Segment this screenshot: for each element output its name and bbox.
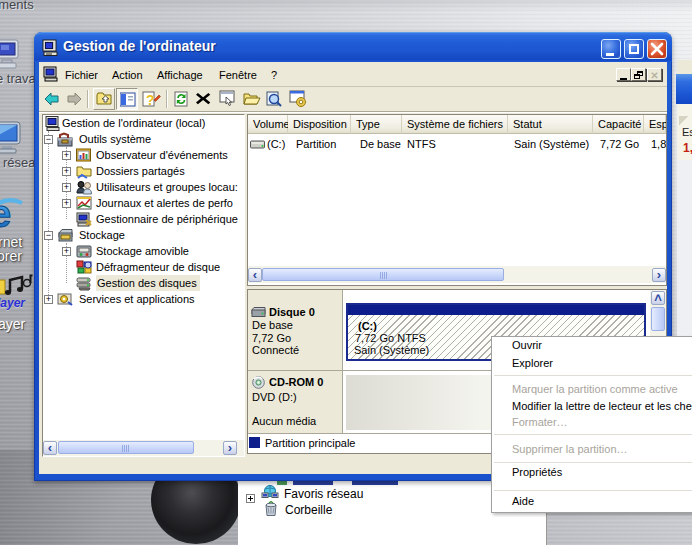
svg-text:?: ? xyxy=(146,92,155,108)
